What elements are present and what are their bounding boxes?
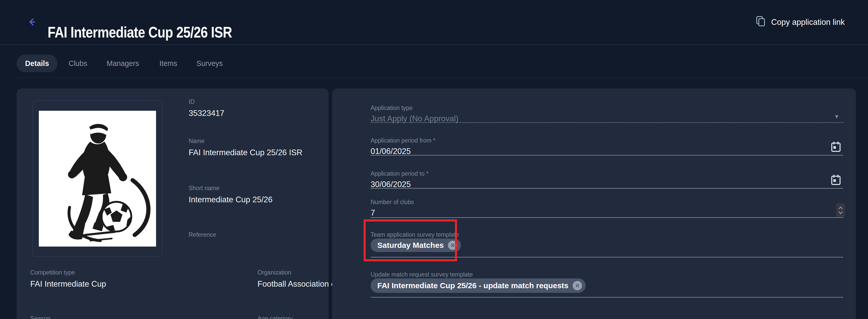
period-to-label: Application period to * — [371, 170, 429, 178]
field-competition-type-label: Competition type — [30, 269, 106, 276]
field-id-value: 35323417 — [189, 108, 224, 119]
calendar-icon[interactable] — [831, 174, 841, 185]
tab-items[interactable]: Items — [151, 55, 186, 72]
update-survey-label: Update match request survey template — [371, 271, 473, 278]
field-name-value: FAI Intermediate Cup 25/26 ISR — [189, 148, 302, 158]
field-short-name: Short name Intermediate Cup 25/26 — [189, 185, 273, 205]
number-of-clubs-label: Number of clubs — [371, 199, 414, 206]
application-type-label: Application type — [371, 104, 412, 112]
field-short-name-label: Short name — [189, 185, 273, 192]
arrow-left-icon — [28, 16, 39, 28]
field-short-name-value: Intermediate Cup 25/26 — [189, 195, 273, 205]
period-from-underline — [371, 155, 843, 156]
field-id: ID 35323417 — [189, 98, 224, 118]
circle-x-icon[interactable] — [573, 281, 582, 290]
field-season-label: Season — [30, 315, 51, 319]
period-from-input[interactable]: 01/06/2025 — [371, 147, 411, 156]
number-of-clubs-input[interactable]: 7 — [371, 208, 375, 218]
field-reference-label: Reference — [189, 231, 216, 238]
copy-icon — [756, 15, 766, 29]
competition-info-card: ID 35323417 Name FAI Intermediate Cup 25… — [17, 89, 329, 319]
caret-down-icon: ▾ — [835, 113, 838, 120]
application-settings-card: Application type Just Apply (No Approval… — [332, 89, 856, 319]
field-id-label: ID — [189, 98, 224, 105]
competition-image-frame — [32, 100, 163, 257]
period-to-input[interactable]: 30/06/2025 — [371, 180, 411, 189]
field-name-label: Name — [189, 138, 302, 145]
field-name: Name FAI Intermediate Cup 25/26 ISR — [189, 138, 302, 158]
page-title: FAI Intermediate Cup 25/26 ISR — [48, 9, 232, 55]
field-competition-type: Competition type FAI Intermediate Cup — [30, 269, 106, 289]
number-of-clubs-underline — [371, 217, 843, 218]
period-from-label: Application period from * — [371, 137, 436, 145]
tab-details[interactable]: Details — [17, 55, 58, 72]
up-down-stepper-icon[interactable] — [836, 203, 845, 217]
copy-application-link-label: Copy application link — [771, 18, 845, 27]
competition-image — [39, 111, 156, 247]
update-survey-chip-label: FAI Intermediate Cup 25/26 - update matc… — [377, 281, 568, 290]
field-competition-type-value: FAI Intermediate Cup — [30, 279, 106, 289]
update-survey-chip[interactable]: FAI Intermediate Cup 25/26 - update matc… — [371, 278, 586, 293]
competition-details-page: FAI Intermediate Cup 25/26 ISR Copy appl… — [0, 0, 868, 319]
field-reference: Reference — [189, 231, 216, 242]
update-survey-underline — [371, 297, 843, 297]
period-to-underline — [371, 188, 843, 189]
application-type-underline — [371, 122, 843, 123]
tab-bar: Details Clubs Managers Items Surveys — [17, 55, 234, 72]
highlight-annotation-box — [364, 219, 457, 261]
field-age-category: Age category — [257, 315, 293, 319]
soccer-player-illustration-icon — [39, 110, 156, 247]
back-button[interactable] — [26, 14, 41, 30]
copy-application-link-button[interactable]: Copy application link — [754, 14, 846, 31]
tab-surveys[interactable]: Surveys — [188, 55, 231, 72]
page-header: FAI Intermediate Cup 25/26 ISR Copy appl… — [0, 0, 868, 44]
tab-clubs[interactable]: Clubs — [60, 55, 96, 72]
field-season: Season — [30, 315, 51, 319]
field-age-category-label: Age category — [257, 315, 293, 319]
header-divider — [0, 44, 868, 45]
tab-managers[interactable]: Managers — [98, 55, 148, 72]
calendar-icon[interactable] — [831, 141, 841, 152]
